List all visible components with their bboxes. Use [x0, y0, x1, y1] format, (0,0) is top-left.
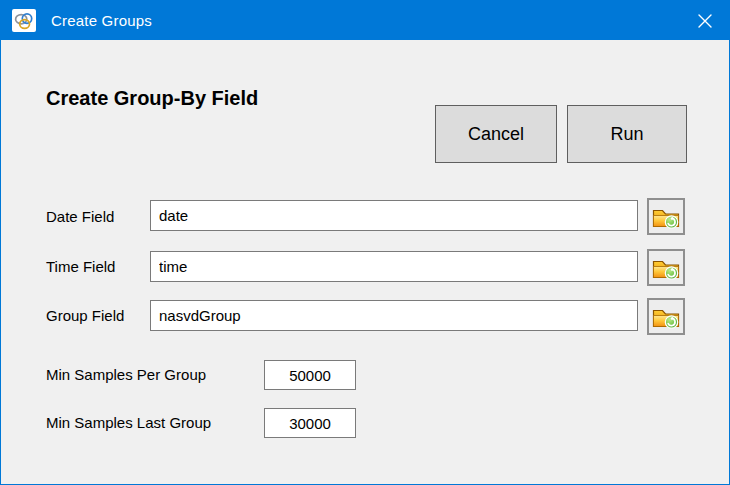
group-field-browse-button[interactable] — [647, 298, 685, 335]
date-field-label: Date Field — [46, 201, 114, 232]
folder-refresh-icon — [652, 205, 680, 229]
time-field-input[interactable] — [150, 251, 638, 282]
group-field-input[interactable] — [150, 300, 638, 331]
min-samples-per-group-input[interactable] — [264, 360, 356, 390]
titlebar: Create Groups — [1, 1, 729, 40]
cancel-button[interactable]: Cancel — [435, 105, 557, 163]
min-samples-per-group-label: Min Samples Per Group — [46, 360, 206, 390]
run-button[interactable]: Run — [567, 105, 687, 163]
create-groups-dialog: Create Groups Create Group-By Field Canc… — [0, 0, 730, 485]
group-field-label: Group Field — [46, 300, 124, 331]
app-logo-icon — [12, 9, 36, 32]
folder-refresh-icon — [652, 256, 680, 280]
time-field-browse-button[interactable] — [647, 249, 685, 286]
page-title: Create Group-By Field — [46, 87, 258, 110]
min-samples-last-group-label: Min Samples Last Group — [46, 408, 211, 438]
date-field-input[interactable] — [150, 200, 638, 231]
close-icon[interactable] — [681, 1, 729, 40]
window-title: Create Groups — [51, 12, 152, 29]
min-samples-last-group-input[interactable] — [264, 408, 356, 438]
folder-refresh-icon — [652, 305, 680, 329]
time-field-label: Time Field — [46, 251, 115, 282]
date-field-browse-button[interactable] — [647, 198, 685, 235]
